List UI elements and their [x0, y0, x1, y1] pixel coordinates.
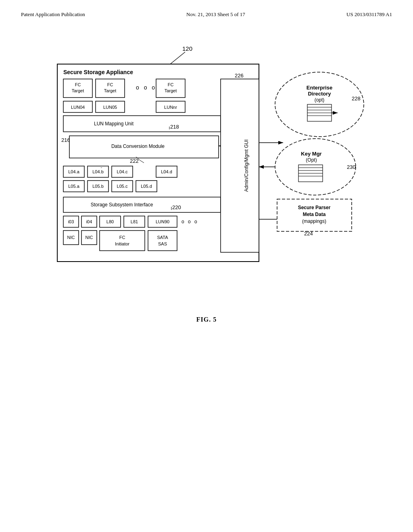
- sata-label: SATA: [157, 235, 168, 240]
- nic1-label: NIC: [67, 235, 75, 240]
- l81-label: L81: [131, 219, 138, 224]
- l05b-label: L05.b: [92, 184, 104, 189]
- ref-218: 218: [170, 124, 179, 130]
- admin-panel-box: [221, 79, 259, 252]
- fc-target-2-label-1: FC: [107, 82, 113, 87]
- header-left: Patent Application Publication: [21, 11, 85, 18]
- ref-226: 226: [235, 73, 244, 79]
- fc-initiator-label-2: Initiator: [115, 241, 129, 246]
- i04-label: i04: [86, 219, 92, 224]
- header-right: US 2013/0311789 A1: [346, 11, 392, 18]
- diagram-svg: 120 Secure Storage Appliance FC Target F…: [33, 42, 380, 292]
- sas-label: SAS: [158, 241, 167, 246]
- lun90-label: LUN90: [156, 219, 169, 224]
- ref-216: 216: [61, 137, 70, 143]
- lunnr-label: LUNnr: [164, 105, 177, 110]
- i03-label: i03: [68, 219, 74, 224]
- l05d-label: L05.d: [141, 184, 152, 189]
- enterprise-label-1: Enterprise: [307, 85, 332, 91]
- svg-line-0: [170, 52, 185, 64]
- lun-mapping-box: [63, 116, 221, 132]
- header-center: Nov. 21, 2013 Sheet 5 of 17: [186, 11, 245, 18]
- key-mgr-label-1: Key Mgr: [301, 151, 321, 157]
- main-content: 120 Secure Storage Appliance FC Target F…: [0, 18, 413, 323]
- ref-230: 230: [347, 164, 356, 170]
- fc-target-3-label-1: FC: [168, 82, 174, 87]
- lun05-label: LUN05: [103, 105, 117, 110]
- ref-220: 220: [172, 204, 181, 210]
- fc-initiator-label-1: FC: [119, 235, 125, 240]
- ref-224: 224: [304, 231, 313, 237]
- l04d-label: L04.d: [161, 169, 172, 174]
- nic2-label: NIC: [86, 235, 93, 240]
- fc-target-3-label-2: Target: [165, 88, 177, 93]
- figure-label: FIG. 5: [196, 316, 217, 323]
- dots-1: o o o: [136, 84, 156, 91]
- lun04-label: LUN04: [71, 105, 85, 110]
- ref-228: 228: [352, 96, 361, 102]
- secure-parser-label-3: (mappings): [302, 218, 326, 224]
- key-mgr-label-2: (Opt): [306, 157, 317, 163]
- fc-target-1-label-2: Target: [72, 88, 84, 93]
- dots-2: o o o: [181, 219, 198, 224]
- enterprise-label-3: (opt): [315, 97, 325, 103]
- ref-120: 120: [182, 45, 192, 52]
- data-conversion-label: Data Conversion Module: [111, 143, 165, 149]
- l05a-label: L05.a: [68, 184, 79, 189]
- diagram-area: 120 Secure Storage Appliance FC Target F…: [29, 42, 384, 292]
- l80-label: L80: [106, 219, 114, 224]
- fc-target-1-label-1: FC: [75, 82, 81, 87]
- storage-subsystem-label: Storage Subsystem Interface: [91, 202, 153, 208]
- sata-sas-box: [148, 231, 177, 251]
- l04c-label: L04.c: [117, 169, 128, 174]
- l05c-label: L05.c: [117, 184, 128, 189]
- enterprise-label-2: Directory: [308, 91, 331, 97]
- appliance-label: Secure Storage Appliance: [63, 69, 133, 75]
- admin-panel-label: Admin/Config/Mgmt GUI: [244, 139, 249, 192]
- lun-mapping-label: LUN Mapping Unit: [94, 121, 134, 127]
- l04a-label: L04.a: [68, 169, 79, 174]
- fc-initiator-box: [100, 231, 145, 251]
- secure-parser-label-1: Secure Parser: [298, 205, 331, 210]
- page-header: Patent Application Publication Nov. 21, …: [0, 0, 413, 18]
- fc-target-2-label-2: Target: [104, 88, 117, 93]
- ref-222: 222: [130, 158, 139, 164]
- secure-parser-label-2: Meta Data: [303, 212, 326, 217]
- l04b-quotes: ″: [101, 166, 102, 170]
